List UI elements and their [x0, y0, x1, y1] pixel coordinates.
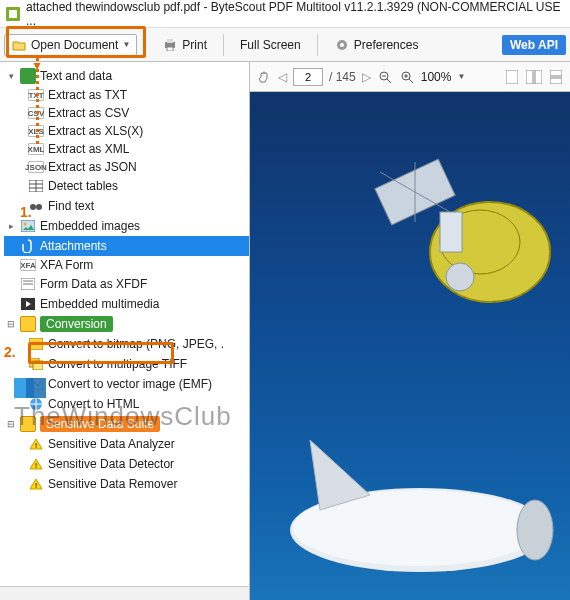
chevron-down-icon[interactable]: ▼ [457, 72, 465, 81]
tree-item-embedded-multimedia[interactable]: ▸Embedded multimedia [4, 294, 249, 314]
svg-rect-34 [506, 70, 518, 84]
tree-item-find-text[interactable]: Find text [26, 196, 249, 216]
svg-rect-37 [550, 70, 562, 76]
tree-item-sensitive-analyzer[interactable]: !Sensitive Data Analyzer [26, 434, 249, 454]
toolbar-separator [317, 34, 318, 56]
tree-label: Extract as XLS(X) [48, 124, 143, 138]
tree-label: Convert to HTML [48, 397, 139, 411]
chevron-down-icon: ▼ [122, 40, 130, 49]
tree-item-extract-xml[interactable]: XMLExtract as XML [26, 140, 249, 158]
tree-label: Find text [48, 199, 94, 213]
bitmap-icon [28, 336, 44, 352]
two-page-icon[interactable] [526, 69, 542, 85]
vector-icon [28, 376, 44, 392]
svg-text:!: ! [35, 461, 37, 470]
page-layout-icon[interactable] [548, 69, 564, 85]
page-canvas[interactable] [250, 92, 570, 600]
multimedia-icon [20, 296, 36, 312]
horizontal-scrollbar[interactable] [0, 586, 249, 600]
open-document-button[interactable]: Open Document ▼ [4, 34, 137, 56]
annotation-step-1: 1. [20, 204, 32, 220]
warning-icon: ! [28, 436, 44, 452]
preferences-button[interactable]: Preferences [326, 33, 427, 57]
zoom-level[interactable]: 100% [421, 70, 452, 84]
image-icon [20, 218, 36, 234]
viewer-toolbar: ◁ / 145 ▷ 100% ▼ [250, 62, 570, 92]
tree-item-attachments[interactable]: ▸Attachments [4, 236, 249, 256]
svg-point-6 [340, 43, 344, 47]
svg-point-12 [36, 204, 42, 210]
tree-item-embedded-images[interactable]: ▸Embedded images [4, 216, 249, 236]
svg-point-49 [517, 500, 553, 560]
tree-label: Convert to vector image (EMF) [48, 377, 212, 391]
svg-rect-36 [535, 70, 542, 84]
collapse-icon[interactable]: ⊟ [6, 419, 16, 429]
web-api-label: Web API [510, 38, 558, 52]
annotation-step-2: 2. [4, 344, 16, 360]
tree-label: Extract as TXT [48, 88, 127, 102]
toolbar-separator [145, 34, 146, 56]
svg-rect-35 [526, 70, 533, 84]
svg-point-46 [446, 263, 474, 291]
hand-tool-icon[interactable] [256, 69, 272, 85]
html-icon [28, 396, 44, 412]
zoom-out-icon[interactable] [377, 69, 393, 85]
page-number-input[interactable] [293, 68, 323, 86]
next-page-icon[interactable]: ▷ [362, 70, 371, 84]
web-api-button[interactable]: Web API [502, 35, 566, 55]
tree-item-detect-tables[interactable]: Detect tables [26, 176, 249, 196]
tree-item-sensitive-detector[interactable]: !Sensitive Data Detector [26, 454, 249, 474]
open-document-label: Open Document [31, 38, 118, 52]
xfa-icon: XFA [20, 259, 36, 271]
tree-label: Convert to multipage TIFF [48, 357, 187, 371]
tree-label: Extract as XML [48, 142, 129, 156]
tree-item-form-data-xfdf[interactable]: ▸Form Data as XFDF [4, 274, 249, 294]
svg-rect-13 [21, 220, 35, 232]
svg-rect-4 [167, 47, 173, 51]
tree-label: Attachments [40, 239, 107, 253]
svg-rect-21 [33, 361, 43, 370]
zoom-in-icon[interactable] [399, 69, 415, 85]
document-viewer: ◁ / 145 ▷ 100% ▼ [250, 62, 570, 600]
title-bar: attached thewindowsclub pdf.pdf - ByteSc… [0, 0, 570, 28]
tree-item-sensitive-remover[interactable]: !Sensitive Data Remover [26, 474, 249, 494]
collapse-icon[interactable]: ⊟ [6, 319, 16, 329]
prev-page-icon[interactable]: ◁ [278, 70, 287, 84]
tree-item-extract-json[interactable]: JSONExtract as JSON [26, 158, 249, 176]
svg-rect-45 [440, 212, 462, 252]
tree-item-xfa-form[interactable]: ▸XFAXFA Form [4, 256, 249, 274]
expand-icon[interactable]: ▸ [6, 221, 16, 231]
tree-item-extract-csv[interactable]: CSVExtract as CSV [26, 104, 249, 122]
tree-cat-conversion[interactable]: ⊟ Conversion [4, 314, 249, 334]
warning-icon: ! [28, 476, 44, 492]
tree-item-extract-txt[interactable]: TXTExtract as TXT [26, 86, 249, 104]
folder-open-icon [11, 37, 27, 53]
tree-item-convert-emf[interactable]: Convert to vector image (EMF) [26, 374, 249, 394]
form-icon [20, 276, 36, 292]
tiff-icon [28, 356, 44, 372]
tree-label: Sensitive Data Detector [48, 457, 174, 471]
tree-label: Form Data as XFDF [40, 277, 147, 291]
tree-item-convert-bitmap[interactable]: Convert to bitmap (PNG, JPEG, . [26, 334, 249, 354]
svg-rect-38 [550, 78, 562, 84]
single-page-icon[interactable] [504, 69, 520, 85]
tree-item-convert-tiff[interactable]: Convert to multipage TIFF [26, 354, 249, 374]
tree-label: Extract as CSV [48, 106, 129, 120]
tree-label: Extract as JSON [48, 160, 137, 174]
toolbar-separator [223, 34, 224, 56]
tree-item-extract-xls[interactable]: XLSExtract as XLS(X) [26, 122, 249, 140]
pdf-content-satellite [320, 142, 570, 362]
full-screen-button[interactable]: Full Screen [232, 34, 309, 56]
print-button[interactable]: Print [154, 33, 215, 57]
svg-line-29 [387, 79, 391, 83]
collapse-icon[interactable]: ▾ [6, 71, 16, 81]
svg-text:!: ! [35, 481, 37, 490]
tree-cat-sensitive-data[interactable]: ⊟ Sensitive Data Suite [4, 414, 249, 434]
folder-icon [20, 416, 36, 432]
pdf-content-rocket [280, 410, 560, 590]
print-label: Print [182, 38, 207, 52]
tree-item-convert-html[interactable]: Convert to HTML [26, 394, 249, 414]
tree-label: Sensitive Data Analyzer [48, 437, 175, 451]
tree-label: Convert to bitmap (PNG, JPEG, . [48, 337, 224, 351]
tree-label: Sensitive Data Suite [40, 416, 160, 432]
